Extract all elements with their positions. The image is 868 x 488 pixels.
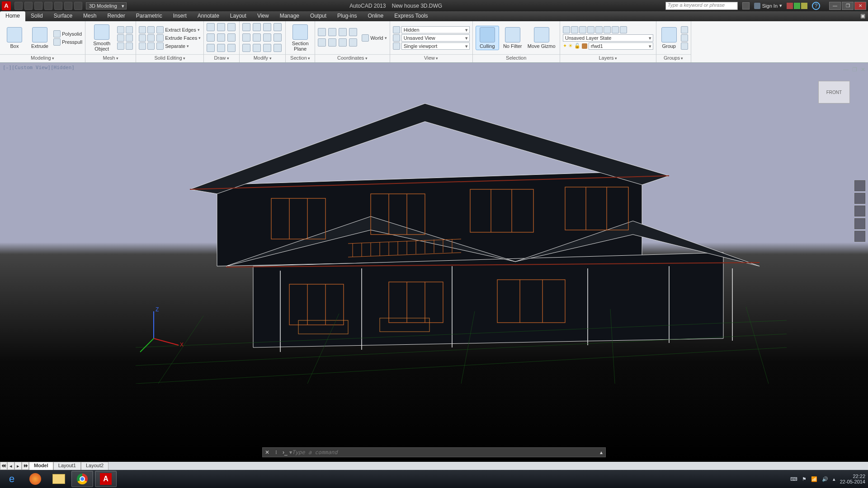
smooth-object-button[interactable]: Smooth Object: [88, 24, 115, 52]
extract-edges-button[interactable]: Extract Edges▾: [156, 26, 201, 33]
layer-make-icon[interactable]: [604, 26, 611, 33]
group-button[interactable]: Group: [659, 27, 679, 49]
layout-tab-2[interactable]: Layout2: [81, 462, 108, 470]
layout-prev-icon[interactable]: ◂: [7, 462, 14, 470]
nav-wheel-icon[interactable]: [854, 180, 865, 191]
tab-online[interactable]: Online: [362, 11, 389, 21]
panel-groups-title[interactable]: Groups: [656, 54, 691, 62]
mesh-tool6-icon[interactable]: [126, 42, 133, 50]
qat-save-icon[interactable]: [34, 2, 42, 10]
vp-max-icon[interactable]: ❐: [852, 66, 857, 73]
layout-tab-1[interactable]: Layout1: [53, 462, 81, 470]
ucs-world-button[interactable]: World▾: [362, 34, 387, 42]
window-minimize-button[interactable]: —: [829, 2, 841, 10]
taskbar-chrome-icon[interactable]: [71, 471, 93, 487]
panel-solidedit-title[interactable]: Solid Editing: [136, 54, 203, 62]
se-2-icon[interactable]: [147, 26, 155, 33]
qat-new-icon[interactable]: [14, 2, 23, 10]
panel-layers-title[interactable]: Layers: [560, 54, 656, 62]
tab-surface[interactable]: Surface: [48, 11, 78, 21]
viewport-config-dropdown[interactable]: Single viewport: [401, 42, 470, 50]
group-edit-icon[interactable]: [681, 34, 688, 42]
mod-scale-icon[interactable]: [274, 23, 282, 31]
mod-array-icon[interactable]: [253, 44, 261, 52]
mod-trim-icon[interactable]: [263, 33, 271, 42]
se-4-icon[interactable]: [147, 34, 155, 42]
mesh-tool1-icon[interactable]: [117, 26, 124, 33]
ucs-5-icon[interactable]: [318, 38, 326, 47]
mod-move-icon[interactable]: [242, 23, 250, 31]
layer-iso-icon[interactable]: [595, 26, 603, 33]
vp-min-icon[interactable]: —: [843, 66, 849, 73]
layer-match-icon[interactable]: [612, 26, 619, 33]
nav-zoom-icon[interactable]: [854, 206, 865, 216]
panel-modify-title[interactable]: Modify: [240, 54, 285, 62]
draw-region-icon[interactable]: [227, 44, 236, 52]
extrude-faces-button[interactable]: Extrude Faces▾: [156, 34, 201, 42]
section-plane-button[interactable]: Section Plane: [288, 24, 312, 52]
se-6-icon[interactable]: [147, 42, 155, 50]
panel-view-title[interactable]: View: [390, 54, 472, 62]
draw-arc-icon[interactable]: [207, 33, 215, 42]
tab-render[interactable]: Render: [102, 11, 130, 21]
mesh-tool3-icon[interactable]: [117, 34, 124, 42]
layout-tab-model[interactable]: Model: [29, 462, 53, 470]
group-bbox-icon[interactable]: [681, 42, 688, 50]
layout-next-icon[interactable]: ▸: [14, 462, 22, 470]
tab-expresstools[interactable]: Express Tools: [389, 11, 433, 21]
tray-keyboard-icon[interactable]: ⌨: [790, 476, 797, 482]
tab-annotate[interactable]: Annotate: [192, 11, 225, 21]
taskbar-firefox-icon[interactable]: [24, 471, 46, 487]
tab-parametric[interactable]: Parametric: [131, 11, 168, 21]
window-maximize-button[interactable]: ❐: [842, 2, 854, 10]
mod-offset-icon[interactable]: [263, 44, 271, 52]
mesh-tool2-icon[interactable]: [126, 26, 133, 33]
layer-state-dropdown[interactable]: Unsaved Layer State: [563, 34, 653, 42]
system-clock[interactable]: 22:22 22-05-2014: [840, 474, 865, 484]
tab-manage[interactable]: Manage: [274, 11, 305, 21]
extrude-button[interactable]: Extrude: [28, 27, 52, 49]
ucs-8-icon[interactable]: [349, 38, 357, 47]
panel-coords-title[interactable]: Coordinates: [315, 54, 390, 62]
presspull-button[interactable]: Presspull: [53, 38, 82, 46]
mod-extend-icon[interactable]: [274, 33, 282, 42]
separate-button[interactable]: Separate▾: [156, 42, 201, 50]
ucs-6-icon[interactable]: [328, 38, 336, 47]
qat-open-icon[interactable]: [24, 2, 33, 10]
draw-hatch-icon[interactable]: [207, 44, 215, 52]
qat-plot-icon[interactable]: [54, 2, 62, 10]
tab-mesh[interactable]: Mesh: [78, 11, 102, 21]
sign-in-button[interactable]: Sign In▾: [754, 3, 782, 9]
tray-chevron-icon[interactable]: ▴: [833, 476, 835, 482]
polysolid-button[interactable]: Polysolid: [53, 30, 82, 38]
tray-volume-icon[interactable]: 🔊: [822, 476, 828, 482]
box-button[interactable]: Box: [3, 27, 26, 49]
qat-undo-icon[interactable]: [64, 2, 72, 10]
tab-view[interactable]: View: [252, 11, 274, 21]
qat-saveas-icon[interactable]: [44, 2, 52, 10]
exchange-star-icon[interactable]: [801, 3, 807, 9]
drawing-area[interactable]: — ❐ ✕ FRONT: [0, 63, 868, 462]
se-3-icon[interactable]: [139, 34, 146, 42]
panel-mesh-title[interactable]: Mesh: [85, 54, 136, 62]
ucs-3-icon[interactable]: [339, 28, 347, 36]
mod-stretch-icon[interactable]: [253, 33, 261, 42]
draw-rect-icon[interactable]: [217, 33, 225, 42]
draw-line-icon[interactable]: [207, 23, 215, 31]
mesh-tool4-icon[interactable]: [126, 34, 133, 42]
layer-lock-icon[interactable]: [587, 26, 594, 33]
no-filter-button[interactable]: No Filter: [501, 27, 524, 49]
named-view-dropdown[interactable]: Unsaved View: [401, 34, 470, 42]
draw-ellipse-icon[interactable]: [227, 33, 236, 42]
viewcube[interactable]: FRONT: [818, 81, 850, 103]
mesh-tool5-icon[interactable]: [117, 42, 124, 50]
taskbar-explorer-icon[interactable]: [48, 471, 70, 487]
viewport-label[interactable]: [-][Custom View][Hidden]: [3, 65, 75, 70]
nav-pan-icon[interactable]: [854, 193, 865, 204]
ungroup-icon[interactable]: [681, 26, 688, 33]
tab-layout[interactable]: Layout: [225, 11, 252, 21]
panel-modeling-title[interactable]: Modeling: [0, 54, 85, 62]
tab-home[interactable]: Home: [0, 11, 25, 21]
tab-solid[interactable]: Solid: [25, 11, 48, 21]
help-search-input[interactable]: Type a keyword or phrase: [665, 2, 738, 10]
